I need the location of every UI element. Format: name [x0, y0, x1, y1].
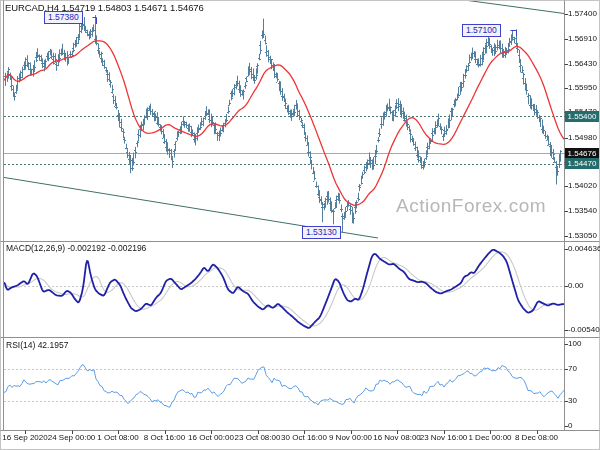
date-label: 16 Sep 2020 — [2, 433, 47, 442]
chart-header-ohlc: EURCAD,H4 1.54719 1.54803 1.54671 1.5467… — [5, 2, 204, 13]
macd-indicator-label: MACD(12,26,9) -0.002192 -0.002196 — [6, 243, 146, 253]
rsi-axis[interactable]: 10070300 — [565, 0, 600, 430]
date-label: 23 Oct 08:00 — [235, 433, 281, 442]
rsi-axis-label: 70 — [568, 364, 577, 373]
price-chart-canvas[interactable] — [0, 0, 600, 450]
date-label: 8 Oct 16:00 — [144, 433, 185, 442]
date-label: 9 Nov 00:00 — [329, 433, 372, 442]
rsi-axis-label: 100 — [568, 339, 581, 348]
chart-window: ActionForex.com EURCAD,H4 1.54719 1.5480… — [0, 0, 600, 450]
price-tag-nov-low: 1.53130 — [302, 226, 341, 239]
actionforex-watermark: ActionForex.com — [396, 195, 546, 217]
date-label: 30 Oct 16:00 — [281, 433, 327, 442]
price-tag-dec-high: 1.57100 — [462, 24, 501, 37]
date-label: 8 Dec 08:00 — [515, 433, 558, 442]
price-tag-sep-high: 1.57380 — [44, 11, 83, 24]
rsi-indicator-label: RSI(14) 42.1957 — [6, 340, 68, 350]
rsi-axis-label: 0 — [568, 421, 572, 430]
date-label: 16 Oct 00:00 — [188, 433, 234, 442]
date-label: 16 Nov 08:00 — [373, 433, 421, 442]
date-label: 1 Dec 00:00 — [468, 433, 511, 442]
rsi-axis-label: 30 — [568, 396, 577, 405]
date-label: 24 Sep 00:00 — [48, 433, 96, 442]
time-axis[interactable]: 16 Sep 202024 Sep 00:001 Oct 08:008 Oct … — [0, 431, 600, 449]
date-label: 1 Oct 08:00 — [97, 433, 138, 442]
date-label: 23 Nov 16:00 — [420, 433, 468, 442]
